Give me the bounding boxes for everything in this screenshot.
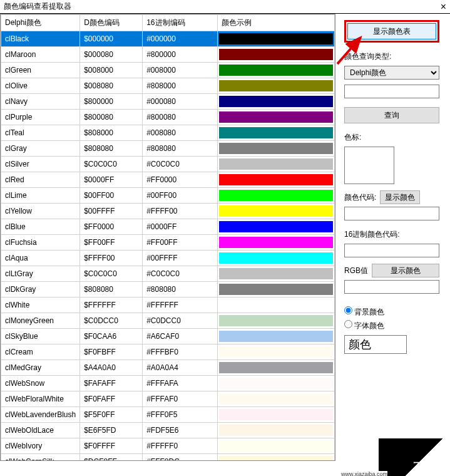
color-table-scroll[interactable]: Delphi颜色D颜色编码16进制编码颜色示例 clBlack$000000#0… [0,14,335,461]
show-color-table-button[interactable]: 显示颜色表 [347,23,436,39]
query-input[interactable] [344,85,439,98]
color-swatch [219,393,333,405]
cell-hex: #FF00FF [143,235,218,251]
cell-hex: #FFFBF0 [143,344,218,360]
cell-name: clWebFloralWhite [1,391,80,407]
cell-name: clBlack [1,31,80,47]
close-icon[interactable]: × [441,1,446,13]
color-swatch [219,362,333,373]
table-row[interactable]: clTeal$808000#008080 [1,125,335,141]
radio-background[interactable]: 背景颜色 [344,306,439,318]
query-button[interactable]: 查询 [344,107,439,123]
cell-hex: #008000 [143,63,218,78]
cell-hex: #A6CAF0 [143,329,218,344]
cell-swatch [218,251,335,266]
table-row[interactable]: clWebLavenderBlush$F5F0FF#FFF0F5 [1,407,335,423]
table-row[interactable]: clAqua$FFFF00#00FFFF [1,251,335,266]
watermark: 下载吧 www.xiazaiba.com [379,438,447,476]
cell-swatch [218,78,335,94]
cell-name: clRed [1,172,80,188]
table-row[interactable]: clWebIvory$F0FFFF#FFFFF0 [1,438,335,454]
table-row[interactable]: clMaroon$000080#800000 [1,47,335,63]
table-row[interactable]: clCream$F0FBFF#FFFBF0 [1,344,335,360]
cell-swatch [218,329,335,344]
color-swatch [219,409,333,420]
column-header[interactable]: 16进制编码 [143,15,218,31]
color-swatch [219,205,333,217]
cell-dcode: $E6F5FD [80,423,143,438]
cell-name: clNavy [1,94,80,110]
cell-swatch [218,298,335,313]
color-code-input[interactable] [344,207,439,220]
table-row[interactable]: clFuchsia$FF00FF#FF00FF [1,235,335,251]
table-row[interactable]: clWebSnow$FAFAFF#FFFAFA [1,376,335,391]
color-swatch [219,456,333,461]
table-row[interactable]: clYellow$00FFFF#FFFF00 [1,204,335,219]
color-swatch [219,425,333,436]
cell-hex: #808080 [143,282,218,298]
cell-swatch [218,110,335,125]
table-row[interactable]: clDkGray$808080#808080 [1,282,335,298]
table-row[interactable]: clNavy$800000#000080 [1,94,335,110]
color-swatch [219,49,333,60]
cell-name: clWebSnow [1,376,80,391]
cell-hex: #C0C0C0 [143,266,218,282]
table-row[interactable]: clWebCornSilk$DCF8FF#FFF8DC [1,454,335,462]
color-swatch [219,33,333,44]
hex-code-input[interactable] [344,244,439,257]
color-swatch [219,221,333,232]
cell-swatch [218,31,335,47]
color-swatch [219,111,333,123]
cell-swatch [218,141,335,157]
color-target-radio-group: 背景颜色 字体颜色 [344,306,439,331]
hex-code-label: 16进制颜色代码: [344,229,439,240]
cell-name: clMoneyGreen [1,313,80,329]
rgb-input[interactable] [344,280,439,294]
column-header[interactable]: 颜色示例 [218,15,335,31]
cell-dcode: $FFFF00 [80,251,143,266]
highlight-annotation: 显示颜色表 [344,20,439,43]
table-row[interactable]: clBlack$000000#000000 [1,31,335,47]
radio-font[interactable]: 字体颜色 [344,320,439,331]
cell-hex: #C0DCC0 [143,313,218,329]
cell-dcode: $FAFAFF [80,376,143,391]
color-swatch [219,331,333,342]
cell-swatch [218,266,335,282]
cell-dcode: $FFFFFF [80,298,143,313]
table-row[interactable]: clGreen$008000#008000 [1,63,335,78]
cell-hex: #0000FF [143,219,218,235]
cell-name: clSkyBlue [1,329,80,344]
table-row[interactable]: clWhite$FFFFFF#FFFFFF [1,298,335,313]
column-header[interactable]: Delphi颜色 [1,15,80,31]
cell-swatch [218,188,335,204]
query-type-select[interactable]: Delphi颜色 [344,66,439,80]
cell-swatch [218,63,335,78]
cell-name: clCream [1,344,80,360]
table-row[interactable]: clLime$00FF00#00FF00 [1,188,335,204]
table-row[interactable]: clSkyBlue$F0CAA6#A6CAF0 [1,329,335,344]
column-header[interactable]: D颜色编码 [80,15,143,31]
table-row[interactable]: clMoneyGreen$C0DCC0#C0DCC0 [1,313,335,329]
table-row[interactable]: clSilver$C0C0C0#C0C0C0 [1,157,335,172]
table-row[interactable]: clWebOldLace$E6F5FD#FDF5E6 [1,423,335,438]
table-row[interactable]: clGray$808080#808080 [1,141,335,157]
cell-dcode: $00FF00 [80,188,143,204]
table-row[interactable]: clLtGray$C0C0C0#C0C0C0 [1,266,335,282]
cell-name: clLime [1,188,80,204]
table-row[interactable]: clRed$0000FF#FF0000 [1,172,335,188]
table-row[interactable]: clOlive$008080#808000 [1,78,335,94]
cell-dcode: $F0FFFF [80,438,143,454]
table-row[interactable]: clPurple$800080#800080 [1,110,335,125]
cell-hex: #FFFFF0 [143,438,218,454]
table-row[interactable]: clMedGray$A4A0A0#A0A0A4 [1,360,335,376]
table-row[interactable]: clWebFloralWhite$F0FAFF#FFFAF0 [1,391,335,407]
side-panel: 显示颜色表 颜色查询类型: Delphi颜色 查询 色标: 颜色代码: 显示颜色… [335,14,448,462]
show-color-button-1[interactable]: 显示颜色 [380,190,420,204]
color-preview-text: 颜色 [344,335,407,354]
cell-hex: #FFFAF0 [143,391,218,407]
cell-name: clTeal [1,125,80,141]
table-row[interactable]: clBlue$FF0000#0000FF [1,219,335,235]
cell-hex: #FFFF00 [143,204,218,219]
show-color-button-2[interactable]: 显示颜色 [372,264,439,277]
color-swatch-preview [344,147,394,184]
